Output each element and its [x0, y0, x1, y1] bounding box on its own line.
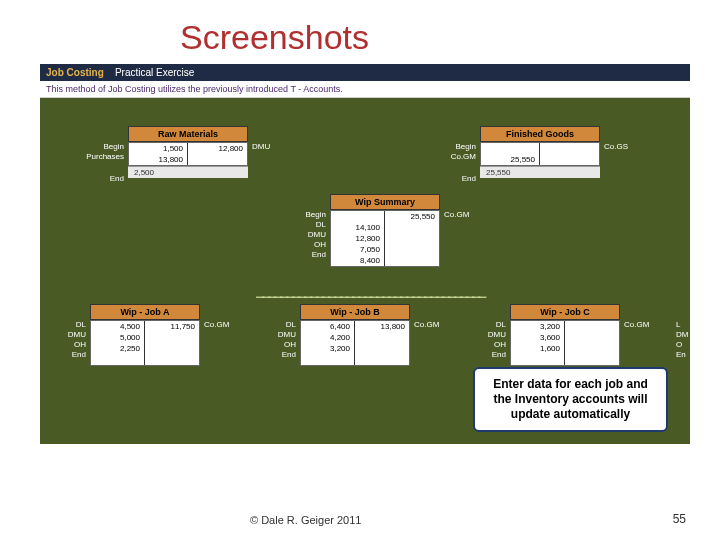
- jobA-lab-end: End: [50, 350, 86, 359]
- copyright-text: © Dale R. Geiger 2011: [250, 514, 361, 526]
- ws-lab-dmu: DMU: [288, 230, 326, 239]
- jobC-extra-2: O: [676, 340, 682, 349]
- raw-purch-label: Purchases: [76, 152, 124, 161]
- raw-begin-val: 1,500: [129, 143, 187, 154]
- raw-out-label: DMU: [252, 142, 270, 151]
- jobA-out-label: Co.GM: [204, 320, 229, 329]
- raw-begin-label: Begin: [76, 142, 124, 151]
- jobB-lab-end: End: [260, 350, 296, 359]
- jobA-lab-oh: OH: [50, 340, 86, 349]
- ws-lab-dl: DL: [288, 220, 326, 229]
- jobB-lab-dl: DL: [260, 320, 296, 329]
- jobB-lab-dmu: DMU: [260, 330, 296, 339]
- jobC-extra-3: En: [676, 350, 686, 359]
- ws-out: 25,550: [385, 211, 439, 222]
- jobC-dmu: 3,600: [511, 332, 564, 343]
- jobC-lab-oh: OH: [470, 340, 506, 349]
- raw-end-val: 2,500: [128, 166, 248, 178]
- slide-title: Screenshots: [180, 18, 720, 57]
- raw-end-label: End: [76, 174, 124, 183]
- jobC-extra-0: L: [676, 320, 680, 329]
- raw-materials-account: Raw Materials 1,500 13,800 12,800 2,500: [128, 126, 248, 178]
- raw-title: Raw Materials: [128, 126, 248, 142]
- jobA-end: [91, 354, 144, 365]
- wip-summary-title: Wip Summary: [330, 194, 440, 210]
- raw-dmu-val: 12,800: [188, 143, 247, 154]
- jobA-dmu: 5,000: [91, 332, 144, 343]
- jobC-title: Wip - Job C: [510, 304, 620, 320]
- jobC-out-label: Co.GM: [624, 320, 649, 329]
- header-main: Job Costing: [46, 67, 104, 78]
- fg-cogs-val: [540, 143, 599, 154]
- fg-cogm-label: Co.GM: [428, 152, 476, 161]
- wip-job-b: Wip - Job B 6,400 4,200 3,200 13,800: [300, 304, 410, 366]
- ws-out-label: Co.GM: [444, 210, 469, 219]
- raw-purch-val: 13,800: [129, 154, 187, 165]
- ws-oh: 7,050: [331, 244, 384, 255]
- ws-lab-begin: Begin: [288, 210, 326, 219]
- fg-out-label: Co.GS: [604, 142, 628, 151]
- wip-job-a: Wip - Job A 4,500 5,000 2,250 11,750: [90, 304, 200, 366]
- ws-end: 8,400: [331, 255, 384, 266]
- jobB-dmu: 4,200: [301, 332, 354, 343]
- ws-dl: 14,100: [331, 222, 384, 233]
- jobB-lab-oh: OH: [260, 340, 296, 349]
- fg-title: Finished Goods: [480, 126, 600, 142]
- brace-decor: ⎯⎯⎯⎯⎯⎯⎯⎯⎯⎯⎯⎯⎯⎯⎯⎯⎯⎯⎯⎯⎯⎯⎯⎯⎯⎯⎯⎯⎯⎯⎯⎯⎯⎯⎯⎯⎯⎯: [130, 282, 610, 298]
- jobC-oh: 1,600: [511, 343, 564, 354]
- fg-end-val: 25,550: [480, 166, 600, 178]
- jobB-end: [301, 354, 354, 365]
- ws-lab-end: End: [288, 250, 326, 259]
- jobA-title: Wip - Job A: [90, 304, 200, 320]
- wip-summary-account: Wip Summary 14,100 12,800 7,050 8,400 25…: [330, 194, 440, 267]
- jobC-end: [511, 354, 564, 365]
- fg-end-label: End: [428, 174, 476, 183]
- panel-header: Job Costing Practical Exercise: [40, 64, 690, 81]
- jobA-dl: 4,500: [91, 321, 144, 332]
- finished-goods-account: Finished Goods 25,550 25,550: [480, 126, 600, 178]
- ws-dmu: 12,800: [331, 233, 384, 244]
- fg-begin-val: [481, 143, 539, 154]
- panel-note: This method of Job Costing utilizes the …: [40, 81, 690, 98]
- jobB-out: 13,800: [355, 321, 409, 332]
- jobC-lab-end: End: [470, 350, 506, 359]
- ws-lab-oh: OH: [288, 240, 326, 249]
- jobA-out: 11,750: [145, 321, 199, 332]
- screenshot-panel: Job Costing Practical Exercise This meth…: [40, 64, 690, 444]
- wip-job-c: Wip - Job C 3,200 3,600 1,600: [510, 304, 620, 366]
- jobA-lab-dl: DL: [50, 320, 86, 329]
- fg-begin-label: Begin: [428, 142, 476, 151]
- jobB-out-label: Co.GM: [414, 320, 439, 329]
- header-sub: Practical Exercise: [115, 67, 194, 78]
- jobC-extra-1: DM: [676, 330, 688, 339]
- instruction-callout: Enter data for each job and the Inventor…: [473, 367, 668, 432]
- jobC-out: [565, 321, 619, 332]
- page-number: 55: [673, 512, 686, 526]
- ws-begin: [331, 211, 384, 222]
- jobA-oh: 2,250: [91, 343, 144, 354]
- jobB-dl: 6,400: [301, 321, 354, 332]
- fg-cogm-val: 25,550: [481, 154, 539, 165]
- jobB-title: Wip - Job B: [300, 304, 410, 320]
- jobC-lab-dmu: DMU: [470, 330, 506, 339]
- jobC-lab-dl: DL: [470, 320, 506, 329]
- jobB-oh: 3,200: [301, 343, 354, 354]
- jobA-lab-dmu: DMU: [50, 330, 86, 339]
- jobC-dl: 3,200: [511, 321, 564, 332]
